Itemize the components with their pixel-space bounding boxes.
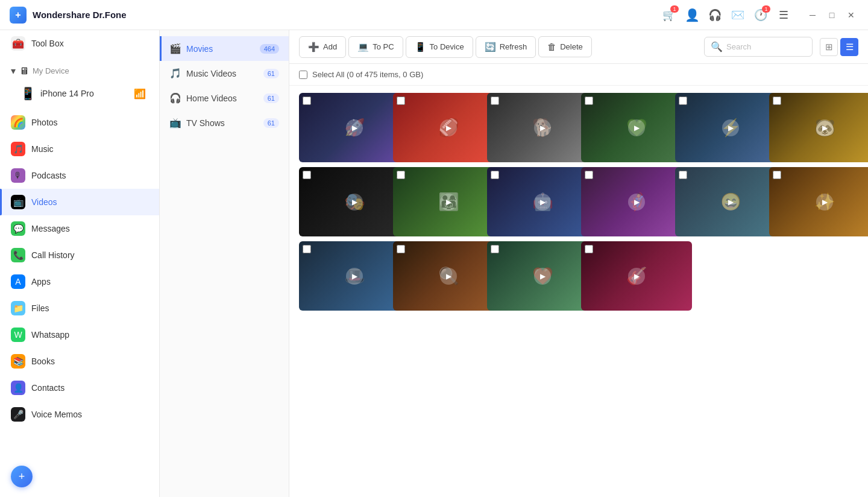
select-all-checkbox[interactable]	[299, 71, 307, 79]
clock-badge: 1	[762, 5, 770, 13]
delete-button[interactable]: 🗑 Delete	[538, 36, 592, 57]
cart-icon[interactable]: 🛒 1	[662, 8, 676, 22]
movies-count: 464	[260, 44, 279, 54]
todevice-button[interactable]: 📱 To Device	[406, 36, 473, 58]
video-play-button[interactable]: ▶	[440, 268, 457, 285]
topc-icon: 💻	[357, 42, 369, 52]
sidebar-item-toolbox[interactable]: 🧰 Tool Box	[0, 30, 159, 57]
grid-view-button[interactable]: ⊞	[820, 38, 838, 56]
list-icon[interactable]: ☰	[776, 8, 791, 22]
sidebar-item-callhistory[interactable]: 📞 Call History	[0, 242, 159, 268]
photos-label: Photos	[31, 118, 58, 127]
video-play-button[interactable]: ▶	[346, 268, 363, 285]
video-checkbox[interactable]	[679, 171, 687, 179]
user-icon[interactable]: 👤	[685, 8, 699, 22]
sidebar-item-messages[interactable]: 💬 Messages	[0, 215, 159, 242]
video-play-button[interactable]: ▶	[346, 119, 363, 136]
video-checkbox[interactable]	[397, 171, 405, 179]
topc-button[interactable]: 💻 To PC	[348, 36, 403, 58]
add-button[interactable]: ➕ Add	[299, 36, 346, 58]
music-label: Music	[31, 144, 54, 154]
select-bar: Select All (0 of 475 items, 0 GB)	[289, 64, 868, 86]
subnav-musicvideos[interactable]: 🎵 Music Videos 61	[160, 61, 289, 86]
musicvideos-count: 61	[263, 69, 279, 78]
toolbox-icon: 🧰	[11, 36, 25, 51]
video-play-button[interactable]: ▶	[534, 119, 551, 136]
sidebar-item-photos[interactable]: 🌈 Photos	[0, 109, 159, 136]
video-play-button[interactable]: ▶	[628, 194, 645, 211]
video-play-button[interactable]: ▶	[440, 119, 457, 136]
music-icon: 🎵	[11, 142, 25, 156]
video-checkbox[interactable]	[397, 97, 405, 105]
video-play-button[interactable]: ▶	[534, 194, 551, 211]
sidebar-item-files[interactable]: 📁 Files	[0, 295, 159, 321]
subnav-tvshows[interactable]: 📺 TV Shows 61	[160, 110, 289, 135]
maximize-button[interactable]: □	[825, 8, 839, 22]
sidebar-item-apps[interactable]: A Apps	[0, 268, 159, 295]
video-checkbox[interactable]	[585, 171, 593, 179]
headset-icon[interactable]: 🎧	[708, 8, 722, 22]
sub-navigation: 🎬 Movies 464 🎵 Music Videos 61 🎧 Home Vi…	[160, 30, 289, 497]
video-checkbox[interactable]	[773, 171, 781, 179]
video-play-button[interactable]: ▶	[722, 119, 739, 136]
video-thumbnail[interactable]: ✨▶	[769, 167, 868, 236]
callhistory-label: Call History	[31, 250, 75, 260]
device-section-icon: 🖥	[19, 66, 29, 77]
voicememos-label: Voice Memos	[31, 410, 82, 419]
refresh-icon: 🔄	[485, 42, 496, 52]
video-play-button[interactable]: ▶	[628, 268, 645, 285]
videos-icon: 📺	[11, 195, 25, 209]
device-row[interactable]: 📱 iPhone 14 Pro 📶	[8, 81, 148, 106]
sidebar-item-contacts[interactable]: 👤 Contacts	[0, 375, 159, 401]
video-play-button[interactable]: ▶	[816, 194, 833, 211]
video-checkbox[interactable]	[679, 97, 687, 105]
video-checkbox[interactable]	[303, 171, 311, 179]
video-checkbox[interactable]	[491, 245, 499, 253]
video-checkbox[interactable]	[491, 171, 499, 179]
sidebar-item-music[interactable]: 🎵 Music	[0, 136, 159, 162]
video-play-button[interactable]: ▶	[534, 268, 551, 285]
my-device-header[interactable]: ▾ 🖥 My Device	[8, 60, 148, 81]
video-checkbox[interactable]	[303, 245, 311, 253]
video-checkbox[interactable]	[491, 97, 499, 105]
books-icon: 📚	[11, 354, 25, 369]
video-checkbox[interactable]	[585, 245, 593, 253]
video-play-button[interactable]: ▶	[628, 119, 645, 136]
mail-icon[interactable]: ✉️	[731, 8, 745, 22]
video-thumbnail[interactable]: 🎸▶	[581, 241, 692, 311]
subnav-tvshows-label: TV Shows	[186, 118, 225, 128]
sidebar-item-whatsapp[interactable]: W Whatsapp	[0, 321, 159, 348]
video-thumbnail[interactable]: 🐼▶	[769, 93, 868, 162]
callhistory-icon: 📞	[11, 248, 25, 262]
sidebar-item-voicememos[interactable]: 🎤 Voice Memos	[0, 401, 159, 428]
video-checkbox[interactable]	[303, 97, 311, 105]
list-view-button[interactable]: ☰	[840, 38, 858, 56]
search-input[interactable]	[726, 42, 806, 51]
tvshows-icon: 📺	[169, 117, 181, 128]
video-play-button[interactable]: ▶	[722, 194, 739, 211]
video-checkbox[interactable]	[397, 245, 405, 253]
clock-icon[interactable]: 🕐 1	[753, 8, 768, 22]
subnav-movies[interactable]: 🎬 Movies 464	[160, 36, 289, 61]
subnav-homevideos[interactable]: 🎧 Home Videos 61	[160, 86, 289, 110]
floating-plus-button[interactable]: +	[11, 466, 33, 487]
cart-badge: 1	[670, 5, 679, 13]
video-play-button[interactable]: ▶	[346, 194, 363, 211]
books-label: Books	[31, 356, 55, 366]
refresh-label: Refresh	[500, 42, 527, 51]
sidebar-item-podcasts[interactable]: 🎙 Podcasts	[0, 162, 159, 189]
close-button[interactable]: ✕	[844, 8, 858, 22]
video-grid: 🚀▶🏈▶🐕▶💚▶⚡▶🐼▶🎭▶👨‍👩‍👧▶🤖▶🦸▶😄▶✨▶🎩▶🔍▶❤️▶🎸▶	[289, 86, 868, 497]
minimize-button[interactable]: ─	[805, 8, 820, 22]
select-all-label[interactable]: Select All (0 of 475 items, 0 GB)	[312, 70, 423, 79]
video-play-button[interactable]: ▶	[440, 194, 457, 211]
video-checkbox[interactable]	[585, 97, 593, 105]
sidebar: 🧰 Tool Box ▾ 🖥 My Device 📱 iPhone 14 Pro…	[0, 30, 160, 497]
sidebar-item-videos[interactable]: 📺 Videos	[0, 189, 159, 215]
video-checkbox[interactable]	[773, 97, 781, 105]
refresh-button[interactable]: 🔄 Refresh	[476, 36, 536, 58]
sidebar-item-books[interactable]: 📚 Books	[0, 348, 159, 375]
video-play-button[interactable]: ▶	[816, 119, 833, 136]
floating-plus-area: +	[0, 456, 159, 497]
whatsapp-icon: W	[11, 328, 25, 342]
